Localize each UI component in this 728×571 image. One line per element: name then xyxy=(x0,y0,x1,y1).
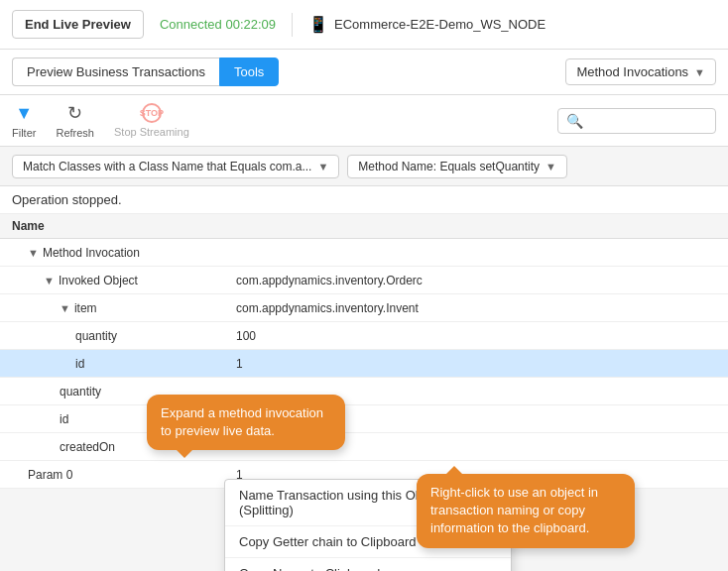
top-bar: End Live Preview Connected 00:22:09 📱 EC… xyxy=(0,0,728,50)
refresh-label: Refresh xyxy=(56,127,94,139)
device-name: ECommerce-E2E-Demo_WS_NODE xyxy=(334,17,546,32)
table-header: Name xyxy=(0,214,728,239)
end-live-preview-button[interactable]: End Live Preview xyxy=(12,10,144,39)
tab-preview-business-transactions[interactable]: Preview Business Transactions xyxy=(12,57,219,86)
row-name-item: ▼ item xyxy=(0,301,228,315)
expand-icon[interactable]: ▼ xyxy=(28,247,39,259)
table-row: createdOn xyxy=(0,433,728,461)
filter-label: Filter xyxy=(12,127,36,139)
stop-icon: STOP xyxy=(142,103,162,123)
chevron-down-icon: ▼ xyxy=(546,161,556,172)
method-invocations-dropdown[interactable]: Method Invocations ▼ xyxy=(565,58,716,85)
stop-streaming-label: Stop Streaming xyxy=(114,126,189,138)
search-input[interactable] xyxy=(589,113,707,128)
search-box[interactable]: 🔍 xyxy=(557,108,716,134)
row-name-invoked-object: ▼ Invoked Object xyxy=(0,274,228,287)
search-icon: 🔍 xyxy=(566,113,583,129)
row-value: com.appdynamics.inventory.Invent xyxy=(228,301,728,315)
second-bar: Preview Business Transactions Tools Meth… xyxy=(0,50,728,95)
table-row-highlighted: id 1 xyxy=(0,350,728,378)
class-filter-label: Match Classes with a Class Name that Equ… xyxy=(23,160,311,173)
table-row: ▼ Invoked Object com.appdynamics.invento… xyxy=(0,267,728,294)
table-row: quantity 100 xyxy=(0,322,728,350)
context-menu-item-copy-name[interactable]: Copy Name to Clipboard xyxy=(225,558,511,571)
table-row: quantity xyxy=(0,378,728,405)
row-name-param0: Param 0 xyxy=(0,468,228,482)
row-name-method-invocation: ▼ Method Invocation xyxy=(0,246,228,260)
main-content: Operation stopped. Name ▼ Method Invocat… xyxy=(0,186,728,489)
row-value: com.appdynamics.inventory.Orderc xyxy=(228,274,728,287)
chevron-down-icon: ▼ xyxy=(317,161,328,172)
tab-tools[interactable]: Tools xyxy=(219,57,279,86)
device-icon: 📱 xyxy=(308,15,328,34)
method-dropdown-label: Method Invocations xyxy=(576,64,688,79)
operation-stopped-message: Operation stopped. xyxy=(0,186,728,214)
device-info: 📱 ECommerce-E2E-Demo_WS_NODE xyxy=(308,15,546,34)
chevron-down-icon: ▼ xyxy=(694,66,705,78)
tree-table: ▼ Method Invocation ▼ Invoked Object com… xyxy=(0,239,728,489)
row-value: 1 xyxy=(228,357,728,371)
expand-icon[interactable]: ▼ xyxy=(60,302,70,314)
table-row: ▼ Method Invocation xyxy=(0,239,728,267)
filter-bar: Match Classes with a Class Name that Equ… xyxy=(0,147,728,186)
refresh-icon: ↻ xyxy=(67,102,82,124)
stop-streaming-button[interactable]: STOP Stop Streaming xyxy=(114,103,189,138)
table-row: id xyxy=(0,405,728,433)
divider xyxy=(292,13,293,37)
expand-icon[interactable]: ▼ xyxy=(44,275,55,286)
table-row: ▼ item com.appdynamics.inventory.Invent xyxy=(0,294,728,322)
tooltip-right-click: Right-click to use an object in transact… xyxy=(417,474,635,548)
filter-button[interactable]: ▼ Filter xyxy=(12,103,36,139)
method-filter-label: Method Name: Equals setQuantity xyxy=(358,160,540,173)
row-name-quantity: quantity xyxy=(0,329,228,343)
row-name-id: id xyxy=(0,357,228,371)
connected-status: Connected 00:22:09 xyxy=(160,17,276,32)
toolbar: ▼ Filter ↻ Refresh STOP Stop Streaming 🔍 xyxy=(0,95,728,147)
method-filter-chip[interactable]: Method Name: Equals setQuantity ▼ xyxy=(347,155,567,178)
refresh-button[interactable]: ↻ Refresh xyxy=(56,102,94,139)
tooltip-expand-method: Expand a method invocation to preview li… xyxy=(147,395,345,450)
row-value: 100 xyxy=(228,329,728,343)
class-filter-chip[interactable]: Match Classes with a Class Name that Equ… xyxy=(12,155,339,178)
filter-icon: ▼ xyxy=(15,103,33,124)
